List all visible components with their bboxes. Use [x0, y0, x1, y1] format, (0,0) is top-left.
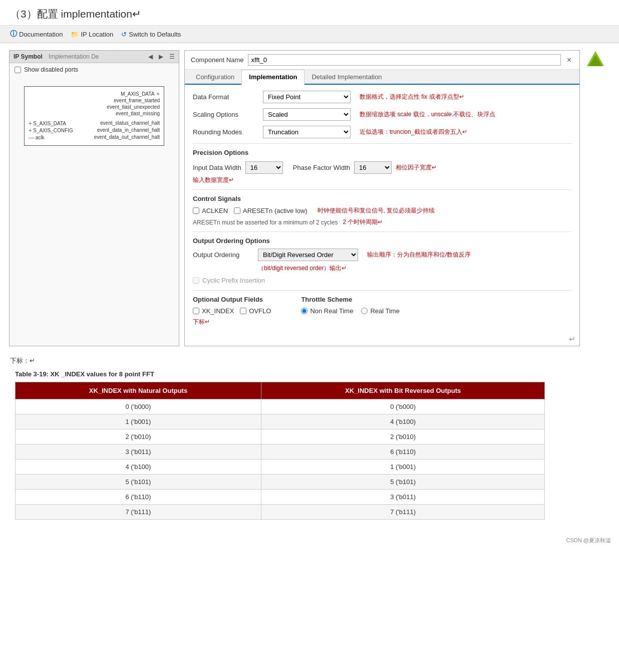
tab-configuration[interactable]: Configuration [189, 70, 241, 84]
scaling-annotation: 数据缩放选项 scale 载位，unscale.不载位、块浮点 [360, 110, 495, 119]
aresetn-checkbox[interactable] [234, 207, 240, 214]
data-format-select[interactable]: Fixed Point Floating Point [263, 91, 351, 103]
input-annotation: 输入数据宽度↵ [193, 176, 571, 184]
divider3 [193, 232, 571, 232]
symbol-box: M_AXIS_DATA + event_frame_started event_… [24, 86, 164, 146]
ip-location-btn[interactable]: 📁 IP Location [71, 31, 113, 38]
m-axis-data-label: M_AXIS_DATA [121, 91, 154, 97]
left-panel-header: IP Symbol Implementation De ◀ ▶ ☰ [10, 51, 179, 63]
output-ordering-label: Output Ordering [193, 251, 253, 259]
data-format-label: Data Format [193, 93, 258, 101]
left-panel: IP Symbol Implementation De ◀ ▶ ☰ Show d… [9, 50, 179, 346]
aclken-label: ACLKEN [202, 207, 228, 214]
table-row: 7 ('b111) 7 ('b111) [16, 505, 545, 520]
event-tlast-unexpected-label: event_tlast_unexpected [107, 104, 160, 110]
optional-output-title: Optional Output Fields [193, 296, 271, 303]
throttle-col: Throttle Scheme Non Real Time Real Time [301, 296, 400, 326]
output-ordering-row: Output Ordering Bit/Digit Reversed Order… [193, 249, 571, 261]
ovflo-group: OVFLO [240, 307, 271, 315]
switch-to-defaults-btn[interactable]: ↺ Switch to Defaults [121, 31, 181, 38]
precision-title: Precision Options [193, 149, 571, 156]
component-name-label: Component Name [191, 56, 244, 64]
below-area: 下标：↵ [0, 353, 619, 365]
s-axis-data-label: S_AXIS_DATA [33, 121, 66, 126]
aresetn-group: ARESETn (active low) [234, 207, 307, 214]
control-signals-row: ACLKEN ARESETn (active low) 时钟使能信号和复位信号,… [193, 206, 571, 215]
event-status-channel-halt-label: event_status_channel_halt [100, 120, 160, 126]
output-ordering-title: Output Ordering Options [193, 237, 571, 245]
main-content: IP Symbol Implementation De ◀ ▶ ☰ Show d… [0, 43, 619, 353]
arrow-right-icon[interactable]: ▶ [159, 53, 163, 60]
data-format-annotation: 数据格式，选择定点性 fix 或者浮点型↵ [360, 93, 464, 101]
table-cell-col1: 7 ('b111) [16, 505, 261, 520]
rounding-annotation: 近似选项：truncion_截位或者四舍五入↵ [360, 128, 467, 136]
close-icon[interactable]: × [565, 56, 573, 65]
aclken-note: ARESETn must be asserted for a minimum o… [193, 219, 338, 226]
phase-factor-label: Phase Factor Width [293, 164, 350, 171]
s-axis-data-plus: + [29, 120, 32, 126]
menu-icon[interactable]: ☰ [169, 53, 175, 60]
scaling-options-label: Scaling Options [193, 111, 258, 118]
table-row: 4 ('b100) 1 ('b001) [16, 460, 545, 475]
table-col1-header: XK_INDEX with Natural Outputs [16, 382, 261, 399]
output-annotation: 输出顺序：分为自然顺序和位/数值反序 [367, 251, 471, 259]
location-icon: 📁 [71, 31, 79, 38]
input-data-width-select[interactable]: 16 [245, 161, 283, 174]
component-name-input[interactable] [248, 54, 561, 66]
tab-detailed-impl[interactable]: Detailed Implementation [304, 70, 389, 84]
precision-row: Input Data Width 16 Phase Factor Width 1… [193, 161, 571, 174]
event-data-out-halt-label: event_data_out_channel_halt [94, 134, 160, 140]
aclk-dash: — [29, 134, 34, 140]
non-real-time-radio[interactable] [301, 308, 307, 314]
tab-ip-symbol[interactable]: IP Symbol [14, 53, 43, 60]
table-cell-col1: 1 ('b001) [16, 414, 261, 429]
xilinx-logo-icon [585, 50, 606, 71]
event-frame-started-label: event_frame_started [114, 98, 160, 103]
documentation-btn[interactable]: ⓘ Documentation [10, 30, 63, 39]
show-disabled-row: Show disabled ports [10, 63, 179, 76]
symbol-diagram-area: M_AXIS_DATA + event_frame_started event_… [10, 76, 179, 156]
aclken-checkbox[interactable] [193, 207, 199, 214]
cyclic-prefix-row: Cyclic Prefix Insertion [193, 277, 571, 284]
rounding-modes-select[interactable]: Truncation Rounding [263, 126, 351, 138]
optional-output-col: Optional Output Fields XK_INDEX OVFLO 下标… [193, 296, 271, 326]
cyclic-prefix-checkbox[interactable] [193, 277, 199, 284]
scaling-options-select[interactable]: Scaled Unscaled [263, 108, 351, 121]
real-time-radio[interactable] [361, 308, 368, 314]
table-row: 6 ('b110) 3 ('b011) [16, 490, 545, 505]
arrow-left-icon[interactable]: ◀ [148, 53, 153, 60]
non-real-time-group: Non Real Time [301, 307, 353, 315]
table-cell-col2: 5 ('b101) [261, 475, 544, 490]
table-cell-col2: 0 ('b000) [261, 399, 544, 414]
real-time-label: Real Time [370, 307, 400, 315]
phase-factor-select[interactable]: 16 [354, 161, 392, 174]
tab-implementation[interactable]: Implementation [241, 70, 304, 85]
bottom-two-col: Optional Output Fields XK_INDEX OVFLO 下标… [193, 290, 571, 326]
table-row: 2 ('b010) 2 ('b010) [16, 429, 545, 444]
table-cell-col1: 4 ('b100) [16, 460, 261, 475]
data-format-row: Data Format Fixed Point Floating Point 数… [193, 91, 571, 103]
table-cell-col2: 2 ('b010) [261, 429, 544, 444]
xilinx-logo-area [585, 50, 610, 346]
rounding-modes-label: Rounding Modes [193, 128, 258, 136]
table-col2-header: XK_INDEX with Bit Reversed Outputs [261, 382, 544, 399]
aresetn-label: ARESETn (active low) [243, 207, 307, 214]
tab-impl-de[interactable]: Implementation De [49, 53, 99, 60]
component-name-row: Component Name × [185, 51, 579, 70]
s-axis-config-plus: + [29, 127, 32, 133]
xk-index-checkbox[interactable] [193, 308, 199, 314]
table-cell-col1: 2 ('b010) [16, 429, 261, 444]
show-disabled-checkbox[interactable] [15, 67, 21, 73]
table-cell-col2: 3 ('b011) [261, 490, 544, 505]
info-icon: ⓘ [10, 30, 17, 39]
phase-annotation: 相位因子宽度↵ [396, 163, 437, 172]
throttle-title: Throttle Scheme [301, 296, 400, 303]
ovflo-checkbox[interactable] [240, 308, 246, 314]
divider2 [193, 189, 571, 190]
scroll-hint: ↵ [185, 332, 579, 346]
output-ordering-select[interactable]: Bit/Digit Reversed Order Natural Order [258, 249, 358, 261]
aclk-label: aclk [36, 135, 45, 140]
control-signals-title: Control Signals [193, 195, 571, 202]
show-disabled-label: Show disabled ports [24, 66, 78, 73]
divider1 [193, 143, 571, 144]
